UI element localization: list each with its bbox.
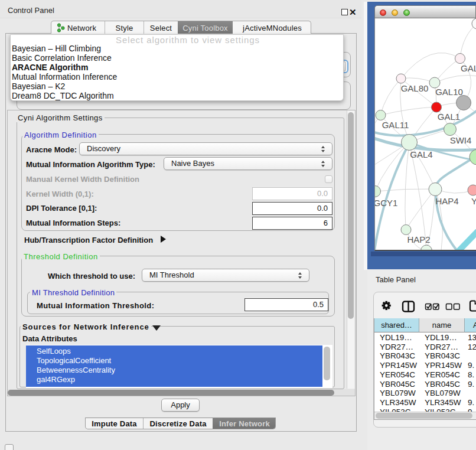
svg-text:HAP4: HAP4 (435, 196, 458, 206)
svg-text:GAL1: GAL1 (438, 112, 460, 122)
svg-text:GCY1: GCY1 (375, 198, 397, 208)
svg-text:GAL80: GAL80 (401, 83, 429, 93)
svg-text:GAL10: GAL10 (435, 87, 463, 97)
svg-text:Y: Y (471, 196, 476, 206)
svg-text:GAL11: GAL11 (382, 120, 409, 130)
svg-text:GAL4: GAL4 (410, 149, 432, 159)
svg-text:GAL2: GAL2 (461, 63, 476, 73)
svg-text:SWI4: SWI4 (450, 135, 472, 145)
svg-text:HAP2: HAP2 (407, 234, 430, 244)
